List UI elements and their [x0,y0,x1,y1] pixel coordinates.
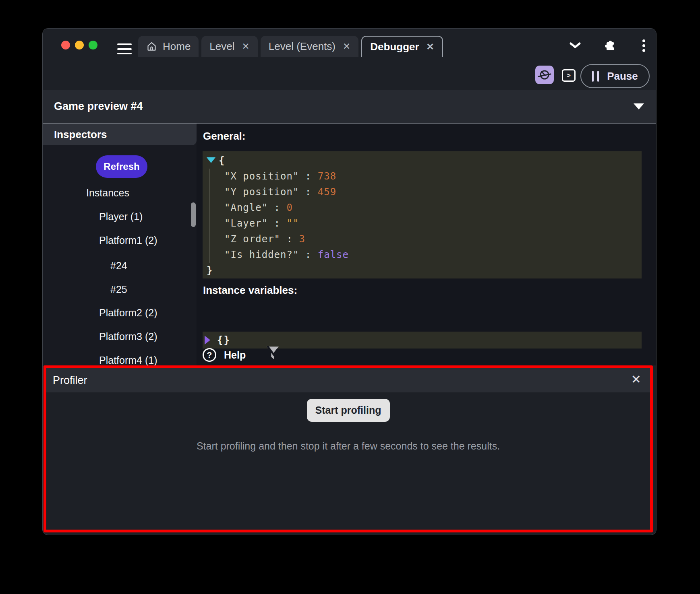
start-profiling-button[interactable]: Start profiling [307,399,390,422]
titlebar: Home Level ✕ Level (Events) ✕ Debugger ✕ [43,29,656,57]
pause-label: Pause [607,70,638,82]
instance-item-platform4[interactable]: Platform4 (1) [99,355,157,366]
instance-item-player[interactable]: Player (1) [99,211,143,223]
profiler-title: Profiler [53,374,87,387]
json-value: false [318,249,349,260]
traffic-lights [61,41,97,50]
instance-item-platform3[interactable]: Platform3 (2) [99,331,157,342]
close-icon[interactable]: ✕ [343,41,350,52]
home-icon [146,41,157,52]
tab-debugger[interactable]: Debugger ✕ [361,36,443,57]
json-row: Z order3 [224,231,642,247]
profiler-description: Start profiling and then stop it after a… [46,440,650,452]
tab-label: Home [163,40,191,53]
json-row: Y position459 [224,184,642,200]
profiler-header: Profiler ✕ [46,368,650,392]
dropdown-arrow-icon [634,103,644,109]
help-row: ? Help [203,347,280,363]
kebab-menu-icon[interactable] [635,37,652,54]
puzzle-extension-icon[interactable] [601,37,619,54]
game-preview-label: Game preview #4 [54,100,143,113]
general-title: General: [203,130,246,142]
json-root-line: { [207,153,642,169]
instance-item-platform2[interactable]: Platform2 (2) [99,307,157,319]
close-window-button[interactable] [61,41,70,50]
pause-icon [592,71,599,82]
inspectors-header: Inspectors [43,124,197,145]
json-value: 459 [318,186,336,198]
tab-label: Level (Events) [269,40,336,53]
tab-level[interactable]: Level ✕ [201,36,257,57]
json-row: Layer"" [224,216,642,231]
instance-variables-title: Instance variables: [203,284,297,297]
game-preview-selector[interactable]: Game preview #4 [43,90,656,123]
tab-label: Debugger [370,41,419,53]
json-value: "" [287,218,299,229]
tab-home[interactable]: Home [138,36,199,57]
maximize-window-button[interactable] [89,41,97,50]
instance-item-25[interactable]: #25 [110,284,127,295]
inspector-detail-panel: General: { X position738 Y position459 A… [197,124,657,365]
profiler-panel: Profiler ✕ Start profiling Start profili… [43,365,653,532]
instances-label[interactable]: Instances [86,187,129,199]
collapsed-triangle-icon[interactable] [205,336,210,344]
app-window: Home Level ✕ Level (Events) ✕ Debugger ✕ [42,28,657,535]
refresh-button[interactable]: Refresh [96,155,147,178]
hamburger-menu-icon[interactable] [117,43,132,54]
pause-button[interactable]: Pause [580,64,650,88]
json-value: 738 [318,171,336,182]
expand-triangle-icon[interactable] [207,157,215,163]
tab-bar: Home Level ✕ Level (Events) ✕ Debugger ✕ [138,36,443,57]
tab-label: Level [209,40,234,53]
close-icon[interactable]: ✕ [427,41,434,52]
tab-level-events[interactable]: Level (Events) ✕ [261,36,358,57]
general-json-view: { X position738 Y position459 Angle0 Lay… [203,151,642,278]
close-icon[interactable]: ✕ [242,41,250,52]
json-value: 0 [287,202,293,213]
minimize-window-button[interactable] [75,41,84,50]
json-row: Angle0 [224,200,642,216]
instance-item-platform1[interactable]: Platform1 (2) [99,235,157,246]
help-icon: ? [203,348,216,362]
json-row: Is hidden?false [224,247,642,263]
instance-item-24[interactable]: #24 [110,260,127,272]
console-icon[interactable]: > [562,69,576,82]
json-rows: X position738 Y position459 Angle0 Layer… [209,169,642,263]
json-close-line: } [207,263,642,278]
json-value: 3 [299,233,305,245]
json-row: X position738 [224,169,642,184]
debugger-speed-icon[interactable] [535,66,554,84]
filter-off-icon[interactable] [266,346,280,364]
help-label: Help [224,349,246,361]
inspectors-sidebar: Inspectors Refresh Instances Player (1) … [43,124,197,365]
instance-variables-value: {} [217,334,230,346]
inspectors-title: Inspectors [54,128,107,141]
help-button[interactable]: ? Help [203,348,246,362]
debugger-toolbar: > Pause [43,57,656,90]
chevron-down-icon[interactable] [566,37,584,54]
sidebar-scrollbar[interactable] [191,202,196,227]
close-icon[interactable]: ✕ [631,372,641,386]
